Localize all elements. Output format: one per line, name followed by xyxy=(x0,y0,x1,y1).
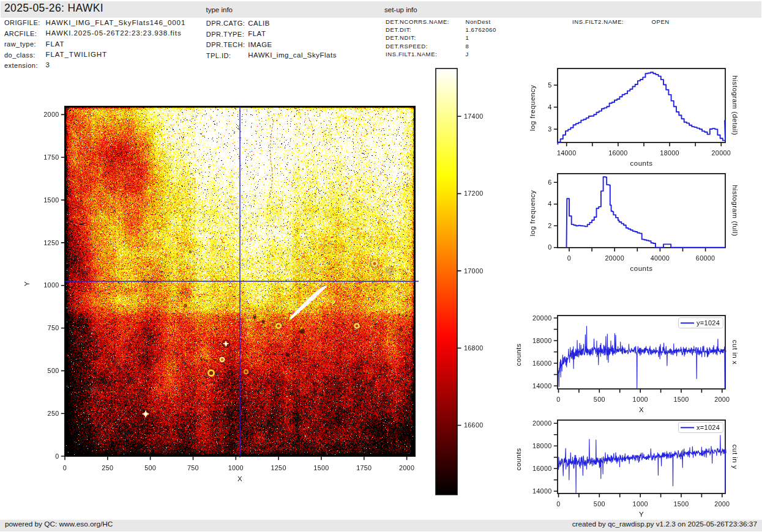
svg-text:1000: 1000 xyxy=(633,500,648,508)
svg-text:14000: 14000 xyxy=(532,487,552,495)
svg-text:Y: Y xyxy=(639,511,644,518)
svg-text:x=1024: x=1024 xyxy=(697,424,720,431)
svg-text:0: 0 xyxy=(63,464,67,471)
svg-text:18000: 18000 xyxy=(532,337,552,344)
svg-text:1000: 1000 xyxy=(43,281,59,289)
svg-text:0: 0 xyxy=(556,500,560,508)
svg-text:20000: 20000 xyxy=(605,254,624,262)
svg-text:750: 750 xyxy=(187,464,199,471)
svg-text:17400: 17400 xyxy=(464,113,484,120)
svg-text:1000: 1000 xyxy=(228,464,244,471)
svg-text:500: 500 xyxy=(144,464,156,471)
svg-text:0: 0 xyxy=(567,254,571,262)
svg-text:X: X xyxy=(639,406,644,413)
svg-text:750: 750 xyxy=(48,324,59,331)
svg-text:14000: 14000 xyxy=(557,149,577,157)
svg-text:14000: 14000 xyxy=(532,382,552,390)
svg-text:1250: 1250 xyxy=(271,464,286,471)
svg-text:1000: 1000 xyxy=(633,396,648,403)
svg-text:2000: 2000 xyxy=(399,464,414,471)
svg-text:2000: 2000 xyxy=(714,500,730,508)
svg-text:counts: counts xyxy=(630,265,653,272)
svg-text:250: 250 xyxy=(102,464,113,471)
svg-text:500: 500 xyxy=(594,396,605,403)
svg-text:histogram (detail): histogram (detail) xyxy=(731,76,739,136)
svg-text:log frequency: log frequency xyxy=(529,85,536,131)
svg-text:log frequency: log frequency xyxy=(529,190,536,237)
svg-text:16800: 16800 xyxy=(464,344,484,352)
svg-text:0: 0 xyxy=(55,453,59,460)
svg-text:16000: 16000 xyxy=(532,465,552,472)
svg-text:4: 4 xyxy=(548,200,551,207)
svg-text:17000: 17000 xyxy=(464,267,484,275)
svg-text:1750: 1750 xyxy=(356,464,372,471)
svg-text:Y: Y xyxy=(23,281,31,286)
svg-text:500: 500 xyxy=(48,367,59,374)
svg-text:2000: 2000 xyxy=(714,396,730,403)
svg-text:cut in y: cut in y xyxy=(731,445,739,469)
svg-text:histogram (full): histogram (full) xyxy=(731,185,739,236)
svg-text:counts: counts xyxy=(515,448,522,471)
svg-text:16000: 16000 xyxy=(608,149,628,157)
svg-text:20000: 20000 xyxy=(532,314,552,322)
svg-text:2: 2 xyxy=(548,222,551,229)
svg-text:500: 500 xyxy=(594,500,605,508)
svg-text:18000: 18000 xyxy=(532,442,552,449)
svg-text:1500: 1500 xyxy=(673,396,689,403)
svg-text:counts: counts xyxy=(630,160,653,167)
svg-text:18000: 18000 xyxy=(660,149,679,157)
svg-text:60000: 60000 xyxy=(696,254,715,262)
svg-text:y=1024: y=1024 xyxy=(697,319,720,327)
svg-text:X: X xyxy=(237,475,242,482)
svg-text:0: 0 xyxy=(548,243,551,251)
svg-text:counts: counts xyxy=(515,344,522,366)
svg-text:3: 3 xyxy=(548,125,551,133)
svg-text:2000: 2000 xyxy=(43,111,59,118)
svg-text:1750: 1750 xyxy=(43,153,59,161)
svg-text:20000: 20000 xyxy=(712,149,731,157)
svg-text:17200: 17200 xyxy=(464,190,484,197)
svg-text:0: 0 xyxy=(556,396,560,403)
svg-text:6: 6 xyxy=(548,179,551,186)
svg-text:20000: 20000 xyxy=(532,419,552,427)
svg-text:1500: 1500 xyxy=(313,464,329,471)
svg-text:4: 4 xyxy=(548,103,551,111)
svg-text:cut in x: cut in x xyxy=(731,340,739,364)
svg-text:16600: 16600 xyxy=(464,421,484,429)
svg-text:1500: 1500 xyxy=(673,500,689,508)
svg-text:16000: 16000 xyxy=(532,360,552,367)
svg-text:1250: 1250 xyxy=(43,239,59,246)
svg-text:250: 250 xyxy=(48,410,59,417)
svg-text:40000: 40000 xyxy=(651,254,670,262)
svg-text:5: 5 xyxy=(548,81,551,89)
svg-text:1500: 1500 xyxy=(43,196,59,204)
